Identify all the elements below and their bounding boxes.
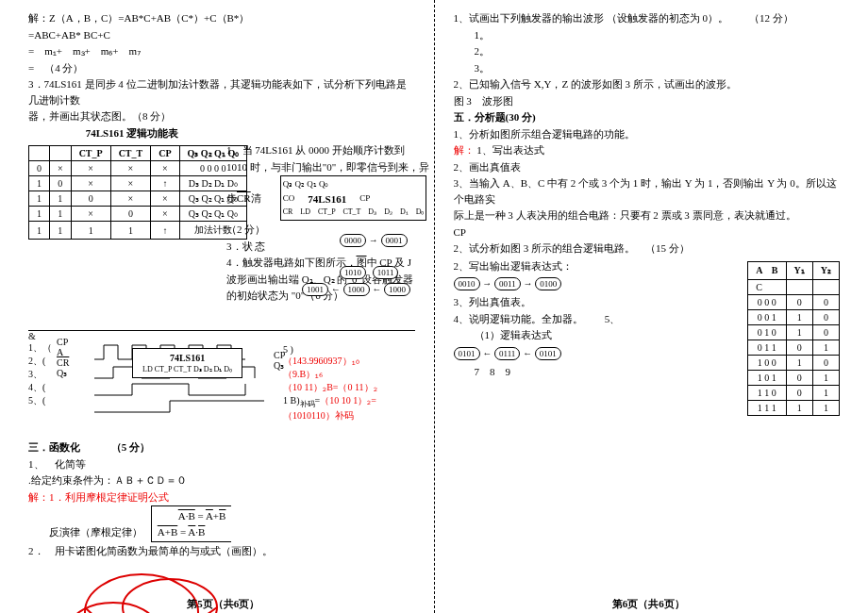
cell: 1 <box>29 207 50 222</box>
state-diagram: 0010 → 0011 → 0100 <box>454 277 743 290</box>
cell: ↑ <box>151 222 179 240</box>
state-node: 0100 <box>535 277 561 290</box>
cell: 1 <box>50 222 72 240</box>
cell: 1 <box>786 309 812 324</box>
cell: 0 0 0 <box>748 294 786 309</box>
cell: × <box>151 191 179 207</box>
cell: 1 <box>50 207 72 222</box>
state-diagram-row2: 0101 ← 0111 ← 0101 <box>454 347 743 360</box>
binary-conversions: 5 ) （143.9960937）₁₀ （9.B）₁₆ （10 11）₂B=（0… <box>283 344 415 422</box>
ic-74ls161-diagram: Q₃ Q₂ Q₁ Q₀ CO 74LS161 CP CR LD CT_P CT_… <box>280 175 427 221</box>
cell: × <box>50 161 72 176</box>
problem-3-text-b: 器，并画出其状态图。（8 分） <box>28 108 415 124</box>
state-node-overlay-2: 1010 1011 <box>340 266 398 279</box>
cell: × <box>151 161 179 176</box>
th-c: C <box>748 279 786 294</box>
conv-2: （9.B）₁₆ <box>283 368 415 381</box>
r-a1-step3: 3、当输入 A、B、C 中有 2 个或 3 个为 1 时，输出 Y 为 1，否则… <box>454 175 841 207</box>
cell: 0 <box>110 207 151 222</box>
cell: × <box>71 161 110 176</box>
wave-cp-label: CP <box>57 337 69 347</box>
section-5-title: 五．分析题(30 分) <box>454 111 536 123</box>
cell: 1 <box>786 324 812 340</box>
state-node-overlay: 0000 → 0001 <box>340 234 408 247</box>
cell: × <box>110 161 151 176</box>
r-analysis-2: 2、试分析如图 3 所示的组合逻辑电路。 （15 分） <box>454 240 841 257</box>
state-node: 0010 <box>454 277 480 290</box>
solution-line-1: 解：Z（A，B，C）=AB*C+AB（C*）+C（B*） <box>28 10 415 26</box>
th-y2: Y₂ <box>812 261 839 279</box>
cell: 0 1 1 <box>748 340 786 355</box>
arrow-icon: ← <box>482 348 492 358</box>
r-a2-step1: 2、写出输出逻辑表达式： <box>454 258 743 274</box>
cell: × <box>151 207 179 222</box>
constraint-line: .给定约束条件为：ＡＢ＋ＣＤ＝０ <box>28 472 415 489</box>
r-a1-step1: 1、写出表达式 <box>476 144 544 156</box>
page-footer-right: 第6页（共6页） <box>454 597 844 611</box>
cell: 0 <box>29 161 50 176</box>
state-node: 0111 <box>494 347 520 360</box>
cell: 1 <box>29 176 50 191</box>
cell: × <box>71 207 110 222</box>
cell: 0 <box>812 309 839 324</box>
cell: 1 <box>71 222 110 240</box>
arrow-icon: → <box>482 278 492 289</box>
cell: × <box>110 191 151 207</box>
logic-function-table: CT_P CT_T CP Q₃ Q₂ Q₁ Q₀ 0××××0 0 0 0 10… <box>28 145 247 240</box>
ic-pins-bottom: CR LD CT_P CT_T D₃ D₂ D₁ D₀ <box>283 207 425 218</box>
cell: 0 <box>50 176 72 191</box>
cell: 1 0 1 <box>748 370 786 385</box>
demorgan-eq-1: A·B <box>178 510 195 522</box>
cell: 1 1 0 <box>748 385 786 400</box>
r-problem-2: 2、已知输入信号 X,Y，Z 的波形如图 3 所示，试画出的波形。 <box>454 76 841 92</box>
r-a2-step3b: （1）逻辑表达式 <box>454 327 743 343</box>
arrow-icon: → <box>523 278 532 289</box>
cell: 0 <box>71 191 110 207</box>
demorgan-label: 反演律（摩根定律） <box>49 526 142 538</box>
cell: 0 <box>786 294 812 309</box>
state-node: 0101 <box>535 347 561 360</box>
cell: 1 <box>786 355 812 370</box>
conv-1: （143.9960937）₁₀ <box>283 355 415 368</box>
cell: ↑ <box>151 176 179 191</box>
analysis-1c: 步CR清 <box>226 191 261 207</box>
th-ab: A B <box>748 261 786 279</box>
cell: 0 1 0 <box>748 324 786 340</box>
cell: 1 <box>50 191 72 207</box>
analysis-1: 1、当 74LS161 从 0000 开始顺序计数到 <box>226 142 453 158</box>
r-a2-step2: 3、列出真值表。 <box>454 294 743 310</box>
simplify-2: 2． 用卡诺图化简函数为最简单的与或式（画图）。 <box>28 543 415 559</box>
col-cp: CP <box>151 146 179 161</box>
col-ctt: CT_T <box>110 146 151 161</box>
r-p1c: 3。 <box>454 60 841 76</box>
th-y1: Y₁ <box>786 261 812 279</box>
r-p1a: 1。 <box>454 27 841 43</box>
solution-line-2: =ABC+AB* BC+C <box>28 27 415 43</box>
cell: 0 <box>812 294 839 309</box>
r-analysis-1: 1、分析如图所示组合逻辑电路的功能。 <box>454 126 841 142</box>
cell: 1 <box>812 385 839 400</box>
cell: × <box>110 176 151 191</box>
demorgan-eq-2: A+B <box>158 526 177 538</box>
cell: 1 <box>786 400 812 415</box>
truth-table: A B Y₁ Y₂ C 0 0 000 0 0 110 0 1 010 0 1 … <box>747 261 840 416</box>
r-p1b: 2。 <box>454 43 841 59</box>
state-node-overlay-3: 1001 ← 1000 ← 1000 <box>302 283 410 296</box>
ic-label: 74LS161 <box>308 191 346 207</box>
r-problem-1: 1、试画出下列触发器的输出波形 （设触发器的初态为 0）。 （12 分） <box>454 10 841 26</box>
arrow-icon: ← <box>523 348 532 358</box>
table-title: 74LS161 逻辑功能表 <box>28 125 236 141</box>
problem-3-text: 3．74LS161 是同步 4 位二进制加法计数器，其逻辑功能表如下，试分析下列… <box>28 76 415 108</box>
section-3-title: 三．函数化 <box>28 441 80 453</box>
r-a2-num: 5、 <box>605 313 621 324</box>
cell: 1 <box>110 222 151 240</box>
conv-3: （10 11）₂B=（0 11）₂ <box>283 382 377 392</box>
waveform-circuit-area: & 1、（ 2、( 3、 4、( 5、( CP A CR Q₃ <box>28 330 415 439</box>
cell: 1 <box>812 370 839 385</box>
state-node: 0101 <box>454 347 480 360</box>
cell: 0 <box>786 385 812 400</box>
conv-4: （10 10 1）₂=（1010110）补码 <box>283 395 376 421</box>
cell: 0 <box>786 370 812 385</box>
cell: 1 0 0 <box>748 355 786 370</box>
r-a1-step3b: 际上是一种 3 人表决用的组合电路：只要有 2 票或 3 票同意，表决就通过。 <box>454 207 841 224</box>
